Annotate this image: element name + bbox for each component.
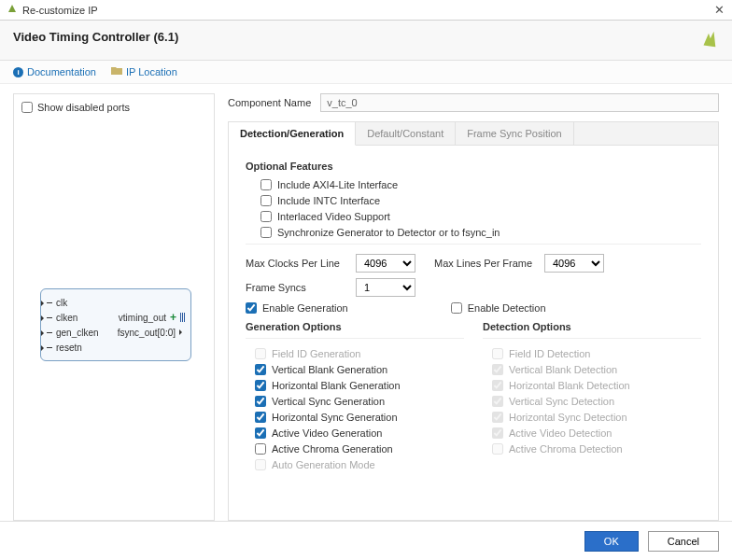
max-lines-label: Max Lines Per Frame	[434, 258, 535, 269]
links-bar: i Documentation IP Location	[0, 61, 732, 84]
svg-marker-0	[8, 5, 16, 12]
footer: OK Cancel	[0, 521, 732, 560]
ip-block-diagram: clk clken vtiming_out+ gen_clken fsync_o…	[40, 288, 191, 361]
gen-opt-6[interactable]: Active Chroma Generation	[255, 443, 464, 455]
info-icon: i	[13, 67, 23, 77]
close-icon[interactable]: ✕	[714, 3, 725, 17]
titlebar: Re-customize IP ✕	[0, 0, 732, 21]
app-icon	[7, 5, 17, 16]
tab-frame-sync-position[interactable]: Frame Sync Position	[456, 122, 573, 145]
port-fsync-out: fsync_out[0:0]	[118, 328, 176, 338]
optional-1[interactable]: Include INTC Interface	[260, 195, 701, 206]
port-gen-clken: gen_clken	[56, 328, 99, 338]
det-opt-2: Horizontal Blank Detection	[492, 380, 701, 391]
brand-icon	[698, 30, 719, 52]
det-opt-4: Horizontal Sync Detection	[492, 412, 701, 423]
config-panel: Component Name Detection/Generation Defa…	[228, 93, 719, 521]
component-name-input[interactable]	[320, 93, 719, 112]
max-clocks-label: Max Clocks Per Line	[246, 258, 346, 269]
det-opt-1: Vertical Blank Detection	[492, 364, 701, 375]
max-lines-select[interactable]: 4096	[544, 254, 604, 273]
gen-opt-0: Field ID Generation	[255, 348, 464, 359]
optional-features-heading: Optional Features	[246, 161, 701, 172]
tab-detection-generation[interactable]: Detection/Generation	[229, 122, 356, 146]
folder-icon	[111, 66, 122, 77]
optional-0[interactable]: Include AXI4-Lite Interface	[260, 179, 701, 190]
diagram-panel: Show disabled ports clk clken vtiming_ou…	[13, 93, 215, 521]
det-opt-3: Vertical Sync Detection	[492, 396, 701, 407]
generation-options-heading: Generation Options	[246, 321, 464, 332]
gen-opt-3[interactable]: Vertical Sync Generation	[255, 396, 464, 407]
cancel-button[interactable]: Cancel	[648, 531, 719, 552]
tab-default-constant[interactable]: Default/Constant	[356, 122, 456, 145]
enable-generation-checkbox[interactable]: Enable Generation	[246, 302, 348, 314]
frame-syncs-label: Frame Syncs	[246, 282, 346, 293]
detection-options-heading: Detection Options	[483, 321, 701, 332]
frame-syncs-select[interactable]: 1	[356, 278, 415, 297]
gen-opt-7: Auto Generation Mode	[255, 459, 464, 470]
gen-opt-1[interactable]: Vertical Blank Generation	[255, 364, 464, 375]
port-resetn: resetn	[56, 343, 82, 353]
tab-bar: Detection/Generation Default/Constant Fr…	[229, 122, 718, 146]
header: Video Timing Controller (6.1)	[0, 21, 732, 61]
enable-detection-checkbox[interactable]: Enable Detection	[451, 302, 546, 314]
port-clk: clk	[56, 298, 67, 308]
ip-title: Video Timing Controller (6.1)	[13, 30, 178, 44]
port-clken: clken	[56, 313, 77, 323]
optional-3[interactable]: Synchronize Generator to Detector or to …	[260, 227, 701, 238]
port-vtiming-out: vtiming_out	[119, 313, 166, 323]
component-name-label: Component Name	[228, 97, 311, 108]
det-opt-0: Field ID Detection	[492, 348, 701, 359]
det-opt-6: Active Chroma Detection	[492, 443, 701, 455]
gen-opt-2[interactable]: Horizontal Blank Generation	[255, 380, 464, 391]
ok-button[interactable]: OK	[584, 531, 639, 552]
ip-location-link[interactable]: IP Location	[111, 66, 177, 77]
det-opt-5: Active Video Detection	[492, 427, 701, 439]
documentation-link[interactable]: i Documentation	[13, 66, 96, 77]
window-title: Re-customize IP	[22, 5, 98, 16]
max-clocks-select[interactable]: 4096	[356, 254, 415, 273]
optional-2[interactable]: Interlaced Video Support	[260, 211, 701, 222]
gen-opt-5[interactable]: Active Video Generation	[255, 427, 464, 439]
gen-opt-4[interactable]: Horizontal Sync Generation	[255, 412, 464, 423]
show-disabled-ports-checkbox[interactable]: Show disabled ports	[21, 102, 206, 113]
